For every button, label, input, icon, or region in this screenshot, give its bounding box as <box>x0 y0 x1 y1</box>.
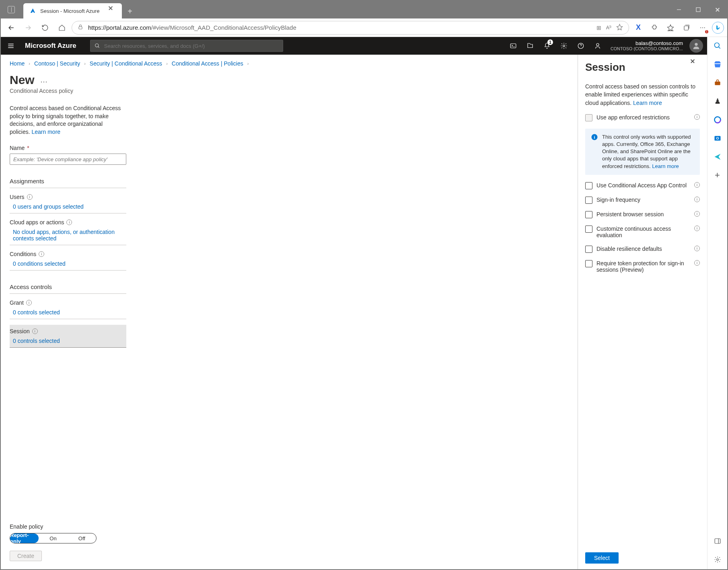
help-icon[interactable] <box>574 38 588 54</box>
select-button[interactable]: Select <box>585 552 619 564</box>
cloud-shell-icon[interactable] <box>506 38 520 54</box>
extensions-icon[interactable] <box>648 21 661 35</box>
browser-more-icon[interactable]: ⋯1 <box>696 21 709 35</box>
portal-search-field[interactable] <box>104 43 279 49</box>
info-icon[interactable]: i <box>694 211 700 217</box>
portal-search-input[interactable] <box>90 40 283 52</box>
info-icon[interactable]: i <box>27 194 33 200</box>
enable-policy-toggle[interactable]: Report-only On Off <box>10 533 97 543</box>
crumb-home[interactable]: Home <box>10 60 25 67</box>
info-icon[interactable]: i <box>39 251 44 257</box>
info-learn-more[interactable]: Learn more <box>652 163 679 169</box>
crumb-2[interactable]: Security | Conditional Access <box>90 60 162 67</box>
browser-addrbar: https://portal.azure.com/#view/Microsoft… <box>1 18 727 37</box>
toggle-on[interactable]: On <box>39 533 67 543</box>
bing-chat-icon[interactable] <box>712 22 724 34</box>
confluence-ext-icon[interactable]: X <box>631 21 645 35</box>
info-icon[interactable]: i <box>694 226 700 231</box>
flyout-learn-more[interactable]: Learn more <box>633 100 662 106</box>
toggle-off[interactable]: Off <box>68 533 96 543</box>
toggle-report-only[interactable]: Report-only <box>10 533 39 543</box>
config-session[interactable]: Session i 0 controls selected <box>10 325 126 348</box>
sidebar-panel-icon[interactable] <box>712 535 723 547</box>
info-icon[interactable]: i <box>32 328 38 334</box>
config-users[interactable]: Users i 0 users and groups selected <box>10 194 126 213</box>
refresh-button[interactable] <box>38 21 52 35</box>
info-icon[interactable]: i <box>26 300 32 306</box>
page-more-icon[interactable]: ⋯ <box>40 77 47 86</box>
info-icon[interactable]: i <box>66 219 72 225</box>
window-maximize-icon[interactable] <box>689 1 708 18</box>
window-minimize-icon[interactable] <box>669 1 689 18</box>
sidebar-outlook-icon[interactable]: O <box>712 133 723 144</box>
chk-app-enforced[interactable] <box>585 114 592 121</box>
avatar[interactable] <box>689 39 703 53</box>
tab-close-icon[interactable] <box>111 8 116 14</box>
app-mode-icon[interactable]: ⊞ <box>596 25 601 31</box>
settings-icon[interactable] <box>557 38 571 54</box>
read-aloud-icon[interactable]: A)) <box>606 25 611 31</box>
sidebar-send-icon[interactable] <box>712 151 723 162</box>
learn-more-link[interactable]: Learn more <box>31 129 60 135</box>
info-icon[interactable]: i <box>694 114 700 120</box>
sidebar-settings-icon[interactable] <box>712 554 723 565</box>
sidebar-tools-icon[interactable] <box>712 77 723 88</box>
sidebar-search-icon[interactable] <box>712 40 723 51</box>
collections-icon[interactable] <box>680 21 693 35</box>
window-close-icon[interactable] <box>708 1 727 18</box>
config-grant[interactable]: Grant i 0 controls selected <box>10 299 126 319</box>
edge-sidebar: ♟ O + <box>707 37 727 569</box>
account-info[interactable]: balas@contoso.com CONTOSO (CONTOSO.ONMIC… <box>611 41 683 51</box>
chk-persistent-browser[interactable] <box>585 211 592 218</box>
grant-link[interactable]: 0 controls selected <box>10 309 126 316</box>
page-title: New <box>10 73 35 87</box>
sidebar-games-icon[interactable]: ♟ <box>712 96 723 107</box>
azure-logo[interactable]: Microsoft Azure <box>25 42 76 50</box>
feedback-icon[interactable] <box>590 38 605 54</box>
cloud-apps-link[interactable]: No cloud apps, actions, or authenticatio… <box>10 229 126 242</box>
flyout-close-icon[interactable] <box>693 61 700 68</box>
info-icon[interactable]: i <box>694 197 700 202</box>
portal-menu-button[interactable] <box>5 40 17 52</box>
session-flyout: Session Control access based on session … <box>578 55 707 569</box>
url-bar[interactable]: https://portal.azure.com/#view/Microsoft… <box>72 21 629 35</box>
notifications-icon[interactable]: 1 <box>540 38 554 54</box>
name-input[interactable] <box>10 154 126 165</box>
conditions-link[interactable]: 0 conditions selected <box>10 260 126 267</box>
chk-token-protection[interactable] <box>585 260 592 267</box>
favorites-bar-icon[interactable] <box>664 21 677 35</box>
svg-rect-4 <box>684 26 689 30</box>
crumb-1[interactable]: Contoso | Security <box>34 60 80 67</box>
tab-actions-icon[interactable] <box>1 1 22 18</box>
config-conditions[interactable]: Conditions i 0 conditions selected <box>10 251 126 271</box>
info-icon[interactable]: i <box>694 246 700 251</box>
info-icon[interactable]: i <box>694 182 700 188</box>
sidebar-shopping-icon[interactable] <box>712 59 723 70</box>
users-link[interactable]: 0 users and groups selected <box>10 203 126 210</box>
chk-resilience-defaults[interactable] <box>585 246 592 253</box>
browser-tab[interactable]: Session - Microsoft Azure <box>23 3 122 18</box>
sidebar-m365-icon[interactable] <box>712 114 723 125</box>
sidebar-add-icon[interactable]: + <box>712 170 723 181</box>
create-button[interactable]: Create <box>10 551 42 561</box>
forward-button <box>21 21 35 35</box>
svg-point-13 <box>596 43 599 46</box>
session-link[interactable]: 0 controls selected <box>10 338 126 344</box>
page-subtitle: Conditional Access policy <box>10 88 569 94</box>
svg-point-26 <box>716 559 718 561</box>
chk-signin-frequency[interactable] <box>585 197 592 204</box>
directories-icon[interactable] <box>523 38 537 54</box>
back-button[interactable] <box>4 21 19 35</box>
favorite-icon[interactable] <box>616 24 623 32</box>
svg-point-14 <box>695 43 697 46</box>
window-titlebar: Session - Microsoft Azure + <box>1 1 727 18</box>
crumb-3[interactable]: Conditional Access | Policies <box>172 60 243 67</box>
info-icon[interactable]: i <box>694 260 700 266</box>
chk-ca-app-control[interactable] <box>585 182 592 189</box>
chk-continuous-access[interactable] <box>585 226 592 233</box>
config-cloud-apps[interactable]: Cloud apps or actions i No cloud apps, a… <box>10 219 126 245</box>
svg-point-8 <box>95 44 99 47</box>
new-tab-button[interactable]: + <box>123 5 136 18</box>
svg-line-9 <box>98 47 99 48</box>
home-button[interactable] <box>55 21 69 35</box>
